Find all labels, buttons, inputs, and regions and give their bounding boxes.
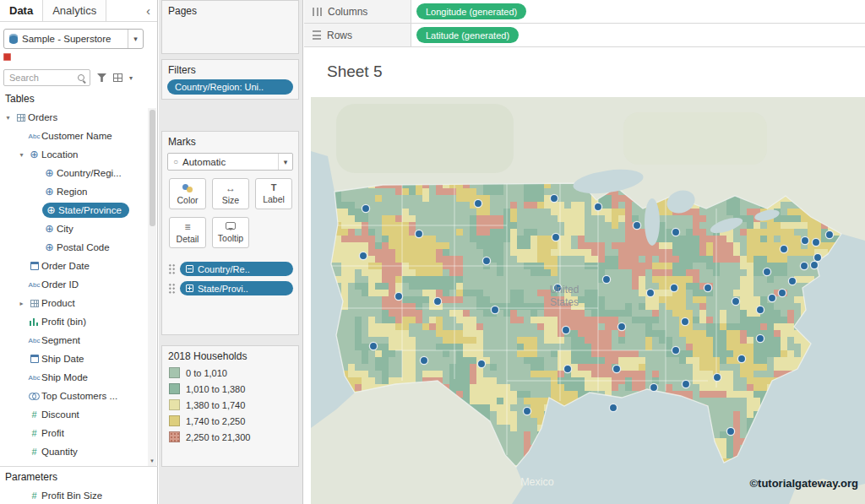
field-row-orders[interactable]: ▾ Orders: [0, 108, 150, 127]
parameter-row-profit-bin-size[interactable]: # Profit Bin Size: [0, 486, 150, 504]
state-mark-dot[interactable]: [810, 261, 818, 268]
state-mark-dot[interactable]: [670, 284, 677, 291]
state-mark-dot[interactable]: [612, 365, 620, 372]
state-mark-dot[interactable]: [617, 322, 625, 330]
legend-entry[interactable]: 1,740 to 2,250: [162, 413, 298, 429]
columns-pill-longitude[interactable]: Longitude (generated): [416, 3, 526, 19]
state-mark-dot[interactable]: [737, 355, 745, 362]
field-row-postal-code[interactable]: ⊕ Postal Code: [0, 238, 150, 257]
field-row-country-region[interactable]: ⊕ Country/Regi...: [0, 164, 150, 182]
state-mark-dot[interactable]: [474, 199, 481, 207]
field-row-ship-mode[interactable]: Abc Ship Mode: [0, 368, 150, 387]
pages-card[interactable]: Pages: [161, 0, 299, 54]
field-row-segment[interactable]: Abc Segment: [0, 331, 150, 350]
color-button[interactable]: Color: [169, 178, 206, 209]
view-options-caret-icon[interactable]: ▾: [129, 74, 133, 82]
field-row-profit-bin[interactable]: Profit (bin): [0, 312, 150, 331]
datasource-caret-icon[interactable]: ▾: [128, 30, 143, 48]
expand-caret-icon[interactable]: ▾: [16, 151, 27, 159]
field-row-order-date[interactable]: Order Date: [0, 257, 150, 275]
scrollbar-down-icon[interactable]: ▾: [148, 456, 156, 466]
field-row-location[interactable]: ▾ ⊕ Location: [0, 145, 150, 164]
field-row-top-customers[interactable]: Top Customers ...: [0, 387, 150, 405]
marks-pill-state-province[interactable]: State/Provi..: [180, 281, 293, 295]
state-mark-dot[interactable]: [609, 404, 617, 411]
scrollbar-thumb[interactable]: [150, 110, 155, 226]
field-row-state-province[interactable]: ⊕ State/Province: [0, 201, 150, 219]
search-box[interactable]: [3, 69, 90, 86]
marks-pill-country-region[interactable]: Country/Re..: [180, 262, 293, 276]
state-mark-dot[interactable]: [778, 289, 786, 296]
detail-dots-icon[interactable]: [168, 263, 176, 274]
field-row-city[interactable]: ⊕ City: [0, 219, 150, 238]
state-mark-dot[interactable]: [825, 230, 833, 238]
filter-funnel-icon[interactable]: [97, 73, 106, 82]
state-mark-dot[interactable]: [369, 342, 377, 350]
tooltip-button[interactable]: Tooltip: [212, 217, 249, 248]
state-mark-dot[interactable]: [491, 306, 498, 313]
state-mark-dot[interactable]: [768, 294, 775, 301]
state-mark-dot[interactable]: [763, 268, 770, 275]
size-button[interactable]: ↔ Size: [212, 178, 249, 209]
state-mark-dot[interactable]: [359, 252, 367, 259]
state-mark-dot[interactable]: [563, 365, 571, 372]
label-button[interactable]: T Label: [255, 178, 292, 209]
mark-type-dropdown[interactable]: ○ Automatic ▾: [167, 153, 293, 171]
state-mark-dot[interactable]: [594, 203, 601, 210]
detail-button[interactable]: ≡ Detail: [169, 217, 206, 248]
state-mark-dot[interactable]: [602, 275, 610, 283]
state-mark-dot[interactable]: [713, 373, 721, 381]
field-row-discount[interactable]: # Discount: [0, 405, 150, 424]
field-row-profit[interactable]: # Profit: [0, 424, 150, 442]
state-mark-dot[interactable]: [562, 326, 569, 333]
mark-type-caret-icon[interactable]: ▾: [278, 154, 292, 170]
state-mark-dot[interactable]: [646, 289, 654, 296]
legend-entry[interactable]: 1,380 to 1,740: [162, 397, 298, 413]
view-options-icon[interactable]: [113, 73, 122, 82]
state-mark-dot[interactable]: [433, 297, 441, 305]
field-row-quantity[interactable]: # Quantity: [0, 442, 150, 461]
state-mark-dot[interactable]: [394, 292, 402, 300]
field-row-region[interactable]: ⊕ Region: [0, 182, 150, 201]
state-mark-dot[interactable]: [756, 334, 764, 342]
field-row-customer-name[interactable]: Abc Customer Name: [0, 127, 150, 145]
field-row-order-id[interactable]: Abc Order ID: [0, 275, 150, 294]
expand-caret-icon[interactable]: ▾: [3, 114, 14, 122]
state-mark-dot[interactable]: [477, 360, 485, 367]
state-mark-dot[interactable]: [415, 230, 422, 237]
state-mark-dot[interactable]: [800, 262, 808, 269]
state-mark-dot[interactable]: [681, 317, 688, 325]
detail-dots-icon[interactable]: [168, 283, 176, 294]
expand-caret-icon[interactable]: ▸: [16, 300, 27, 307]
state-mark-dot[interactable]: [482, 257, 490, 264]
datasource-selector[interactable]: Sample - Superstore ▾: [3, 29, 144, 49]
state-mark-dot[interactable]: [552, 233, 559, 241]
state-mark-dot[interactable]: [672, 228, 679, 236]
state-mark-dot[interactable]: [550, 194, 558, 202]
color-legend-card[interactable]: 2018 Households 0 to 1,010 1,010 to 1,38…: [161, 345, 299, 467]
state-mark-dot[interactable]: [420, 356, 427, 364]
search-input[interactable]: [9, 73, 73, 83]
state-mark-dot[interactable]: [788, 277, 796, 285]
marks-card[interactable]: Marks ○ Automatic ▾ Color ↔ Size T Label: [161, 131, 299, 335]
filter-pill-country-region[interactable]: Country/Region: Uni..: [167, 79, 293, 95]
legend-entry[interactable]: 0 to 1,010: [162, 365, 298, 381]
state-mark-dot[interactable]: [672, 346, 679, 354]
state-mark-dot[interactable]: [813, 253, 821, 261]
filters-card[interactable]: Filters Country/Region: Uni..: [161, 59, 299, 100]
state-mark-dot[interactable]: [732, 297, 739, 305]
tab-data[interactable]: Data: [0, 0, 42, 21]
columns-shelf[interactable]: Columns Longitude (generated): [304, 0, 865, 24]
state-mark-dot[interactable]: [726, 427, 734, 435]
state-mark-dot[interactable]: [362, 204, 369, 212]
field-row-ship-date[interactable]: Ship Date: [0, 350, 150, 368]
rows-pill-latitude[interactable]: Latitude (generated): [416, 27, 519, 43]
collapse-pane-icon[interactable]: ‹: [139, 0, 157, 21]
legend-entry[interactable]: 2,250 to 21,300: [162, 429, 298, 445]
state-mark-dot[interactable]: [780, 245, 787, 252]
state-mark-dot[interactable]: [633, 221, 640, 229]
legend-entry[interactable]: 1,010 to 1,380: [162, 381, 298, 397]
map-view[interactable]: United States Mexico ©tutorialgateway.or…: [311, 97, 865, 504]
state-mark-dot[interactable]: [682, 380, 689, 387]
state-mark-dot[interactable]: [704, 284, 711, 291]
